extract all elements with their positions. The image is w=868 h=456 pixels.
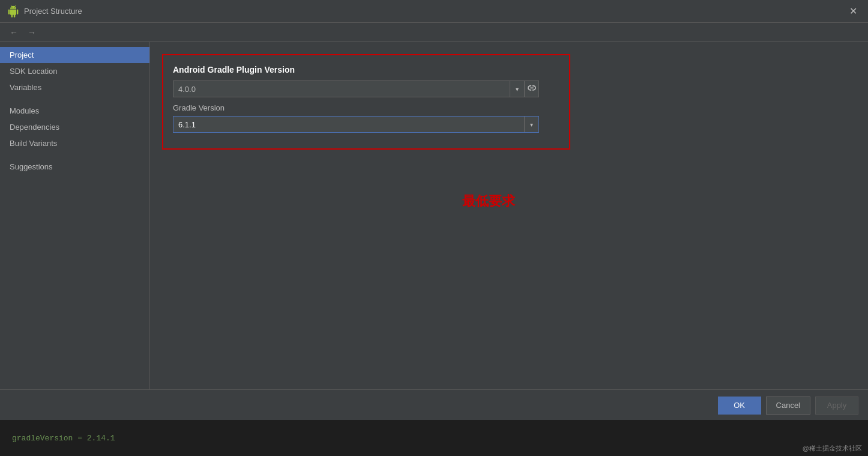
sidebar-item-sdk-location[interactable]: SDK Location bbox=[0, 63, 149, 79]
sidebar-item-project[interactable]: Project bbox=[0, 47, 149, 63]
android-icon bbox=[7, 5, 19, 17]
title-bar: Project Structure ✕ bbox=[0, 0, 868, 23]
cancel-button[interactable]: Cancel bbox=[766, 397, 810, 415]
gradle-version-combobox[interactable]: ▾ bbox=[173, 116, 539, 133]
plugin-version-row: ▾ bbox=[173, 81, 559, 97]
link-icon bbox=[528, 85, 536, 93]
gradle-version-input[interactable] bbox=[173, 120, 524, 129]
bg-editor: gradleVersion = 2.14.1 bbox=[0, 420, 868, 456]
plugin-version-icon-btn[interactable] bbox=[524, 81, 538, 97]
sidebar-item-modules[interactable]: Modules bbox=[0, 103, 149, 119]
dialog-title: Project Structure bbox=[24, 7, 82, 16]
sidebar-item-suggestions[interactable]: Suggestions bbox=[0, 159, 149, 175]
bottom-bar: OK Cancel Apply bbox=[0, 389, 868, 421]
apply-button[interactable]: Apply bbox=[815, 397, 858, 415]
watermark: @稀土掘金技术社区 bbox=[803, 444, 862, 453]
sidebar-separator-2 bbox=[0, 151, 149, 159]
project-structure-dialog: Project Structure ✕ ← → Project SDK Loca… bbox=[0, 0, 868, 421]
nav-bar: ← → bbox=[0, 23, 868, 42]
bg-editor-text: gradleVersion = 2.14.1 bbox=[12, 434, 115, 443]
title-bar-left: Project Structure bbox=[7, 5, 82, 17]
gradle-version-dropdown-arrow[interactable]: ▾ bbox=[524, 117, 538, 132]
sidebar-item-variables[interactable]: Variables bbox=[0, 79, 149, 96]
gradle-version-row: ▾ bbox=[173, 116, 559, 133]
section-title: Android Gradle Plugin Version bbox=[173, 65, 559, 74]
plugin-version-combobox[interactable]: ▾ bbox=[173, 81, 539, 97]
annotation-text: 最低要求 bbox=[462, 192, 515, 210]
plugin-version-input[interactable] bbox=[173, 85, 510, 94]
sidebar-separator-1 bbox=[0, 96, 149, 103]
red-section: Android Gradle Plugin Version ▾ Gradle V… bbox=[162, 54, 570, 150]
close-button[interactable]: ✕ bbox=[846, 5, 861, 17]
dialog-content: Project SDK Location Variables Modules D… bbox=[0, 42, 868, 389]
gradle-version-label: Gradle Version bbox=[173, 103, 559, 112]
plugin-version-dropdown-arrow[interactable]: ▾ bbox=[510, 81, 524, 97]
ok-button[interactable]: OK bbox=[718, 397, 761, 415]
back-button[interactable]: ← bbox=[7, 26, 20, 38]
sidebar: Project SDK Location Variables Modules D… bbox=[0, 42, 150, 389]
sidebar-item-build-variants[interactable]: Build Variants bbox=[0, 135, 149, 151]
forward-button[interactable]: → bbox=[25, 26, 38, 38]
sidebar-item-dependencies[interactable]: Dependencies bbox=[0, 119, 149, 135]
main-panel: Android Gradle Plugin Version ▾ Gradle V… bbox=[150, 42, 868, 389]
